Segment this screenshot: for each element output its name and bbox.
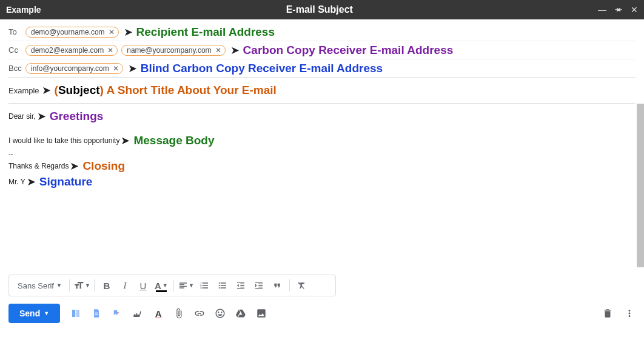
remove-chip-icon[interactable]: ✕ — [215, 46, 221, 55]
numbered-list-button[interactable] — [196, 277, 213, 294]
chip-text: demo@yourname.com — [31, 28, 105, 36]
emoji-icon[interactable] — [214, 307, 226, 319]
bulleted-list-button[interactable] — [214, 277, 231, 294]
svg-rect-0 — [72, 310, 75, 317]
tag-icon[interactable] — [111, 307, 123, 319]
chip-text: info@yourcompany.com — [31, 64, 109, 73]
chip-text: name@yourcompany.com — [127, 46, 211, 55]
window-title-left: Example — [6, 5, 41, 15]
window-title-center: E-mail Subject — [41, 4, 598, 15]
align-button[interactable]: ▼ — [178, 277, 195, 294]
cc-chip[interactable]: demo2@example.com ✕ — [25, 45, 118, 56]
annotation-to: Recipient E-mail Address — [136, 25, 275, 39]
chevron-down-icon: ▼ — [85, 282, 90, 289]
attachment-icon[interactable] — [173, 307, 185, 319]
remove-chip-icon[interactable]: ✕ — [113, 64, 119, 73]
separator — [94, 279, 95, 292]
arrow-icon: ➤ — [128, 62, 137, 75]
arrow-icon: ➤ — [70, 159, 79, 173]
annotation-cc: Carbon Copy Receiver E-mail Address — [243, 44, 454, 57]
arrow-icon: ➤ — [27, 175, 36, 189]
minimize-button[interactable]: — — [598, 5, 606, 14]
chip-text: demo2@example.com — [31, 46, 104, 55]
svg-rect-3 — [95, 314, 98, 315]
chevron-down-icon: ▼ — [56, 282, 62, 289]
scrollbar[interactable] — [637, 104, 644, 267]
underline-button[interactable]: U — [135, 277, 152, 294]
bottom-bar: Send ▼ A — [0, 299, 644, 328]
separator — [289, 279, 290, 292]
subject-value: Example — [8, 86, 39, 95]
close-button[interactable]: ✕ — [631, 5, 638, 14]
font-family-select[interactable]: Sans Serif ▼ — [14, 281, 65, 290]
trash-icon[interactable] — [602, 307, 614, 319]
arrow-icon: ➤ — [124, 25, 133, 39]
text-style-icon[interactable]: A — [152, 307, 164, 319]
annotation-signature: Signature — [39, 175, 93, 189]
annotation-bcc: Blind Carbon Copy Receiver E-mail Addres… — [141, 62, 383, 75]
remove-chip-icon[interactable]: ✕ — [107, 46, 113, 55]
separator-text: -- — [8, 150, 636, 157]
annotation-subject: (Subject) A Short Title About Your E-mai… — [55, 84, 277, 97]
subject-row[interactable]: Example ➤ (Subject) A Short Title About … — [8, 78, 636, 104]
format-toolbar: Sans Serif ▼ ▼ B I U A▼ ▼ — [8, 275, 336, 296]
bold-button[interactable]: B — [98, 277, 115, 294]
scrollbar-thumb[interactable] — [637, 104, 644, 267]
bcc-chip[interactable]: info@yourcompany.com ✕ — [25, 63, 123, 74]
svg-rect-1 — [76, 310, 79, 317]
to-label: To — [8, 27, 25, 36]
cc-label: Cc — [8, 45, 25, 55]
closing-text: Thanks & Regards — [8, 162, 69, 170]
separator — [69, 279, 70, 292]
compose-header: To demo@yourname.com ✕ ➤ Recipient E-mai… — [0, 19, 644, 104]
to-row[interactable]: To demo@yourname.com ✕ ➤ Recipient E-mai… — [8, 23, 636, 41]
arrow-icon: ➤ — [42, 84, 51, 97]
cc-row[interactable]: Cc demo2@example.com ✕ name@yourcompany.… — [8, 41, 636, 59]
annotation-greetings: Greetings — [50, 110, 104, 123]
svg-rect-2 — [95, 313, 98, 313]
text-color-button[interactable]: A▼ — [153, 277, 170, 294]
message-body-area[interactable]: Dear sir, ➤ Greetings I would like to ta… — [0, 104, 644, 272]
body-line-text: I would like to take this opportunity — [8, 136, 119, 145]
chevron-down-icon: ▼ — [189, 282, 194, 289]
cc-chip[interactable]: name@yourcompany.com ✕ — [121, 45, 225, 56]
separator — [173, 279, 174, 292]
indent-more-button[interactable] — [250, 277, 267, 294]
signature-text: Mr. Y — [8, 178, 25, 186]
chevron-down-icon: ▼ — [163, 282, 168, 289]
bcc-label: Bcc — [8, 64, 25, 73]
send-button[interactable]: Send ▼ — [8, 304, 60, 323]
remove-chip-icon[interactable]: ✕ — [109, 28, 115, 36]
indent-less-button[interactable] — [232, 277, 249, 294]
to-chip[interactable]: demo@yourname.com ✕ — [25, 27, 119, 38]
image-icon[interactable] — [255, 307, 267, 319]
italic-button[interactable]: I — [116, 277, 133, 294]
restore-button[interactable] — [615, 6, 622, 13]
more-icon[interactable] — [623, 307, 636, 319]
link-icon[interactable] — [193, 307, 206, 319]
remove-format-button[interactable] — [293, 277, 310, 294]
send-label: Send — [19, 309, 40, 318]
font-family-label: Sans Serif — [18, 281, 54, 290]
annotation-closing: Closing — [82, 159, 125, 173]
arrow-icon: ➤ — [230, 44, 240, 57]
template-icon[interactable] — [90, 307, 102, 319]
chevron-down-icon: ▼ — [44, 310, 49, 316]
formatting-icon[interactable] — [70, 307, 82, 319]
quote-button[interactable] — [269, 277, 286, 294]
window-titlebar: Example E-mail Subject — ✕ — [0, 0, 644, 19]
annotation-body: Message Body — [133, 134, 214, 147]
drive-icon[interactable] — [235, 307, 247, 319]
signature-icon[interactable] — [132, 307, 144, 319]
arrow-icon: ➤ — [37, 110, 46, 123]
greeting-text: Dear sir, — [8, 112, 36, 121]
font-size-button[interactable]: ▼ — [73, 277, 90, 294]
arrow-icon: ➤ — [121, 134, 130, 147]
bcc-row[interactable]: Bcc info@yourcompany.com ✕ ➤ Blind Carbo… — [8, 59, 636, 78]
